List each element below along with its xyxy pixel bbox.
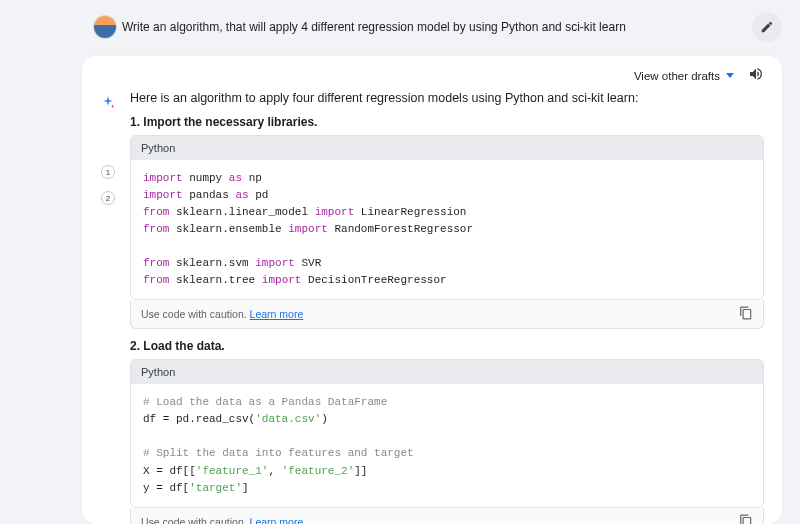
draft-badge-1[interactable]: 1 [101,165,115,179]
code-block-2: Python # Load the data as a Pandas DataF… [130,359,764,507]
sparkle-icon [100,95,116,111]
draft-badge-2[interactable]: 2 [101,191,115,205]
chevron-down-icon [726,73,734,78]
code-lang-label: Python [131,360,763,384]
view-drafts-label: View other drafts [634,70,720,82]
caution-text: Use code with caution. [141,308,250,320]
step-1-title: 1. Import the necessary libraries. [130,115,764,129]
response-gutter: 1 2 [98,91,118,524]
user-avatar [94,16,116,38]
card-topbar: View other drafts [82,56,782,91]
response-content: Here is an algorithm to apply four diffe… [130,91,764,524]
code-body-1: import numpy as np import pandas as pd f… [131,160,763,299]
view-drafts-button[interactable]: View other drafts [634,70,734,82]
edit-prompt-button[interactable] [752,12,782,42]
intro-text: Here is an algorithm to apply four diffe… [130,91,764,105]
caution-bar-2: Use code with caution. Learn more [130,508,764,524]
code-body-2: # Load the data as a Pandas DataFrame df… [131,384,763,506]
speaker-icon [748,66,764,82]
prompt-text: Write an algorithm, that will apply 4 di… [90,20,740,34]
response-card: View other drafts 1 2 Here is an algorit… [82,56,782,524]
step-2-title: 2. Load the data. [130,339,764,353]
code-lang-label: Python [131,136,763,160]
speak-button[interactable] [748,66,764,85]
copy-code-button[interactable] [739,514,753,524]
copy-icon [739,514,753,524]
prompt-bar: Write an algorithm, that will apply 4 di… [0,0,800,50]
caution-bar-1: Use code with caution. Learn more [130,300,764,329]
caution-text: Use code with caution. [141,516,250,524]
copy-icon [739,306,753,320]
copy-code-button[interactable] [739,306,753,322]
code-block-1: Python import numpy as np import pandas … [130,135,764,300]
pencil-icon [760,20,774,34]
learn-more-link[interactable]: Learn more [250,516,304,524]
learn-more-link[interactable]: Learn more [250,308,304,320]
